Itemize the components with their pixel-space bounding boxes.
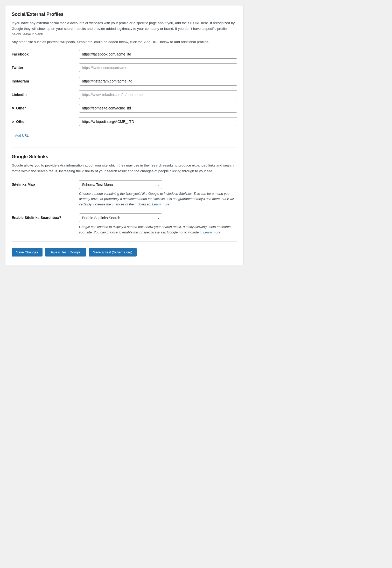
social-field-label: ✕Other: [12, 106, 79, 110]
social-section: Social/External Profiles If you have any…: [12, 12, 237, 141]
sitelinks-section-title: Google Sitelinks: [12, 154, 237, 160]
social-label-text: Facebook: [12, 52, 29, 56]
social-label-text: Other: [16, 120, 26, 124]
social-label-text: LinkedIn: [12, 93, 27, 97]
social-field-row: Instagram: [12, 77, 237, 86]
social-url-input[interactable]: [79, 104, 237, 113]
social-label-text: Twitter: [12, 66, 23, 70]
social-field-label: Twitter: [12, 66, 79, 70]
sitelinks-map-learn-more-link[interactable]: Learn more: [152, 202, 169, 206]
remove-icon[interactable]: ✕: [12, 106, 15, 110]
social-url-input[interactable]: [79, 117, 237, 126]
social-url-input[interactable]: [79, 77, 237, 86]
social-label-text: Other: [16, 106, 26, 110]
enable-searchbox-select-wrapper: Enable Sitelinks SearchDisable Sitelinks…: [79, 213, 162, 222]
sitelinks-description: Google allows you to provide extra infor…: [12, 163, 237, 174]
social-field-row: ✕Other: [12, 117, 237, 126]
social-field-label: Facebook: [12, 52, 79, 56]
add-url-button[interactable]: Add URL: [12, 132, 32, 139]
save-test-google-button[interactable]: Save & Test (Google): [45, 248, 86, 257]
remove-icon[interactable]: ✕: [12, 120, 15, 124]
footer-divider: [12, 241, 237, 242]
save-changes-button[interactable]: Save Changes: [12, 248, 43, 257]
social-section-title: Social/External Profiles: [12, 12, 237, 17]
sitelinks-section: Google Sitelinks Google allows you to pr…: [12, 154, 237, 235]
social-url-input[interactable]: [79, 50, 237, 59]
social-field-label: Instagram: [12, 79, 79, 83]
enable-searchbox-row: Enable Sitelinks Searchbox? Enable Sitel…: [12, 213, 237, 235]
social-url-input[interactable]: [79, 63, 237, 72]
sitelinks-map-row: Sitelinks Map Schema Test MenuMain MenuF…: [12, 180, 237, 207]
sitelinks-map-select[interactable]: Schema Test MenuMain MenuFooter Menu: [79, 180, 162, 189]
social-field-row: LinkedIn: [12, 90, 237, 99]
social-field-label: LinkedIn: [12, 93, 79, 97]
social-label-text: Instagram: [12, 79, 29, 83]
enable-searchbox-learn-more-link[interactable]: Learn more: [203, 230, 220, 234]
social-field-row: ✕Other: [12, 104, 237, 113]
social-field-row: Facebook: [12, 50, 237, 59]
enable-searchbox-field: Enable Sitelinks SearchDisable Sitelinks…: [79, 213, 237, 235]
settings-page: Social/External Profiles If you have any…: [5, 5, 244, 265]
sitelinks-map-select-wrapper: Schema Test MenuMain MenuFooter Menu ⌄: [79, 180, 162, 189]
social-fields-container: FacebookTwitterInstagramLinkedIn✕Other✕O…: [12, 50, 237, 126]
sitelinks-map-description: Choose a menu containing the links you'd…: [79, 191, 237, 207]
social-description-1: If you have any external social media ac…: [12, 20, 237, 37]
save-test-schema-button[interactable]: Save & Test (Schema.org): [89, 248, 137, 257]
social-field-label: ✕Other: [12, 120, 79, 124]
section-divider: [12, 148, 237, 148]
social-url-input[interactable]: [79, 90, 237, 99]
enable-searchbox-description: Google can choose to display a search bo…: [79, 224, 237, 235]
enable-searchbox-select[interactable]: Enable Sitelinks SearchDisable Sitelinks…: [79, 213, 162, 222]
sitelinks-map-field: Schema Test MenuMain MenuFooter Menu ⌄ C…: [79, 180, 237, 207]
footer-buttons: Save Changes Save & Test (Google) Save &…: [12, 248, 237, 257]
sitelinks-map-label: Sitelinks Map: [12, 180, 79, 186]
social-description-2: Any other site such as pintrest, wikiped…: [12, 39, 237, 45]
social-field-row: Twitter: [12, 63, 237, 72]
enable-searchbox-label: Enable Sitelinks Searchbox?: [12, 213, 79, 220]
